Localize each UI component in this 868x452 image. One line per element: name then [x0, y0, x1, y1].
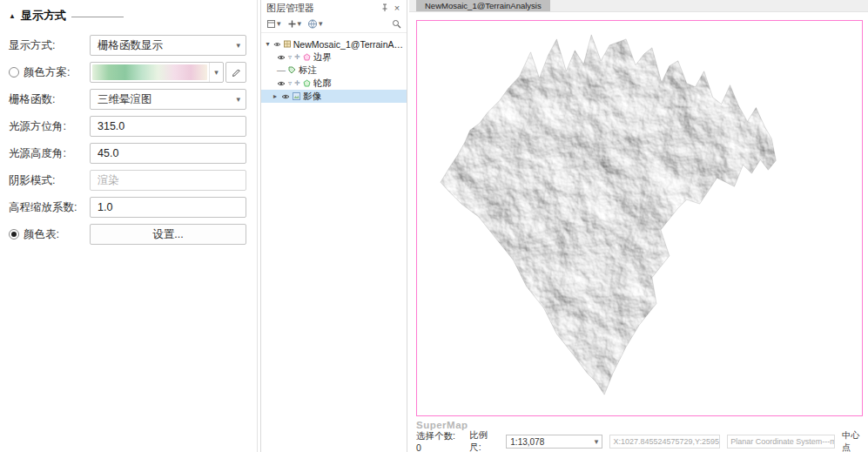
light-altitude-label: 光源高度角: [9, 146, 90, 161]
tree-node-label: 轮廓 [313, 78, 332, 90]
eye-icon[interactable] [281, 93, 290, 100]
hillshade-terrain [417, 21, 862, 415]
close-icon[interactable]: × [391, 2, 403, 14]
light-azimuth-input[interactable] [90, 116, 246, 137]
selectable-icon[interactable]: ▿ [288, 53, 292, 61]
map-tab[interactable]: NewMosaic_1@TerrainAnalysis [416, 0, 550, 11]
layer-manager-toolbar: ▾ ▾ ▾ [261, 16, 407, 33]
scale-label: 比例尺: [469, 429, 499, 452]
tree-node-outline[interactable]: ▿ ✛ 轮廓 [261, 77, 407, 90]
chevron-down-icon: ▾ [236, 96, 240, 104]
coordinates-display: X:1027.845524575729,Y:2595.10 [609, 435, 720, 449]
shadow-mode-label: 阴影模式: [9, 173, 90, 188]
snap-icon[interactable]: ✛ [294, 79, 300, 87]
add-data-button[interactable]: ▾ [286, 18, 304, 30]
color-ramp-preview [92, 64, 207, 80]
image-layer-icon [293, 92, 300, 100]
polygon-style-icon [303, 79, 311, 87]
color-ramp-select[interactable]: ▾ [90, 62, 224, 83]
display-mode-row: 显示方式: 栅格函数显示 ▾ [9, 35, 246, 56]
polygon-style-icon [303, 53, 311, 61]
raster-function-row: 栅格函数: 三维晕渲图 ▾ [9, 89, 246, 110]
chevron-down-icon: ▾ [595, 438, 599, 446]
color-table-label: 颜色表: [9, 227, 90, 242]
edit-color-ramp-button[interactable] [225, 62, 246, 83]
tree-node-label-layer[interactable]: — 标注 [261, 64, 407, 77]
scale-select[interactable]: 1:13,078 ▾ [506, 435, 602, 449]
display-settings-panel: ▲ 显示方式 显示方式: 栅格函数显示 ▾ 颜色方案: ▾ [0, 0, 258, 452]
tree-node-label: 影像 [303, 91, 321, 103]
map-canvas[interactable] [416, 20, 863, 416]
color-table-radio[interactable] [9, 229, 19, 239]
chevron-down-icon: ▾ [236, 42, 240, 50]
eye-icon[interactable] [273, 41, 281, 48]
display-mode-value: 栅格函数显示 [98, 38, 163, 53]
color-scheme-label-text: 颜色方案: [24, 65, 70, 80]
crs-display: Planar Coordinate System---m [727, 435, 835, 449]
light-altitude-row: 光源高度角: [9, 143, 246, 164]
pencil-icon [231, 67, 242, 78]
chevron-down-icon: ▾ [277, 20, 281, 28]
chevron-down-icon: ▾ [319, 20, 323, 28]
basemap-button[interactable]: ▾ [306, 18, 325, 30]
snap-icon[interactable]: ✛ [294, 53, 300, 61]
light-azimuth-row: 光源方位角: [9, 116, 246, 137]
z-factor-input[interactable] [90, 197, 246, 218]
eye-icon[interactable] [277, 54, 286, 61]
supermap-watermark: SuperMap [416, 420, 468, 430]
tree-node-root[interactable]: ▾ NewMosaic_1@TerrainAnalysis [261, 37, 407, 51]
tree-node-label: 边界 [313, 51, 332, 64]
new-layer-button[interactable]: ▾ [265, 18, 283, 30]
color-scheme-row: 颜色方案: ▾ [9, 62, 246, 83]
chevron-down-icon: ▾ [298, 20, 302, 28]
chevron-down-icon: ▾ [209, 63, 223, 82]
display-mode-label: 显示方式: [9, 38, 90, 53]
selection-count: 选择个数: 0 [416, 430, 462, 452]
shadow-mode-input [90, 170, 246, 191]
scale-value: 1:13,078 [510, 437, 544, 447]
search-icon[interactable] [390, 18, 403, 30]
tree-node-image[interactable]: ▸ 影像 [261, 90, 407, 103]
selectable-icon[interactable]: ▿ [288, 79, 292, 87]
panel-title: 显示方式 [21, 8, 66, 24]
header-divider [71, 17, 124, 17]
layer-manager-panel: 图层管理器 × ▾ ▾ ▾ ▾ NewMosaic_1@TerrainAna [260, 0, 407, 452]
center-point-button[interactable]: 中心点 [842, 429, 868, 452]
light-altitude-input[interactable] [90, 143, 246, 164]
z-factor-label: 高程缩放系数: [9, 200, 90, 215]
z-factor-row: 高程缩放系数: [9, 197, 246, 218]
tree-node-label: NewMosaic_1@TerrainAnalysis [293, 39, 407, 50]
display-mode-select[interactable]: 栅格函数显示 ▾ [90, 35, 246, 56]
color-scheme-label: 颜色方案: [9, 65, 90, 80]
pin-icon[interactable] [379, 2, 391, 14]
raster-function-select[interactable]: 三维晕渲图 ▾ [90, 89, 246, 110]
color-table-settings-button[interactable]: 设置... [90, 224, 246, 245]
eye-icon[interactable] [277, 80, 286, 87]
layer-tree: ▾ NewMosaic_1@TerrainAnalysis ▿ ✛ 边界 — 标… [261, 33, 407, 103]
status-bar: 选择个数: 0 比例尺: 1:13,078 ▾ X:1027.845524575… [409, 433, 868, 450]
map-tab-bar: NewMosaic_1@TerrainAnalysis [409, 0, 868, 12]
layer-manager-header: 图层管理器 × [261, 0, 407, 16]
settings-button-label: 设置... [152, 227, 183, 242]
tree-node-boundary[interactable]: ▿ ✛ 边界 [261, 51, 407, 64]
collapse-icon[interactable]: ▲ [9, 12, 16, 20]
raster-function-label: 栅格函数: [9, 92, 90, 107]
color-table-row: 颜色表: 设置... [9, 224, 246, 245]
layer-manager-title: 图层管理器 [266, 2, 314, 15]
color-scheme-radio[interactable] [9, 67, 19, 78]
label-icon [288, 66, 296, 74]
tree-node-label: 标注 [299, 64, 317, 77]
light-azimuth-label: 光源方位角: [9, 119, 90, 134]
expand-icon[interactable]: ▸ [272, 92, 279, 100]
map-dataset-icon [284, 40, 291, 48]
raster-function-value: 三维晕渲图 [98, 92, 152, 107]
hidden-eye-icon[interactable]: — [277, 65, 286, 75]
shadow-mode-row: 阴影模式: [9, 170, 246, 191]
expand-icon[interactable]: ▾ [265, 40, 271, 48]
panel-header: ▲ 显示方式 [9, 7, 246, 24]
color-table-label-text: 颜色表: [24, 227, 59, 242]
